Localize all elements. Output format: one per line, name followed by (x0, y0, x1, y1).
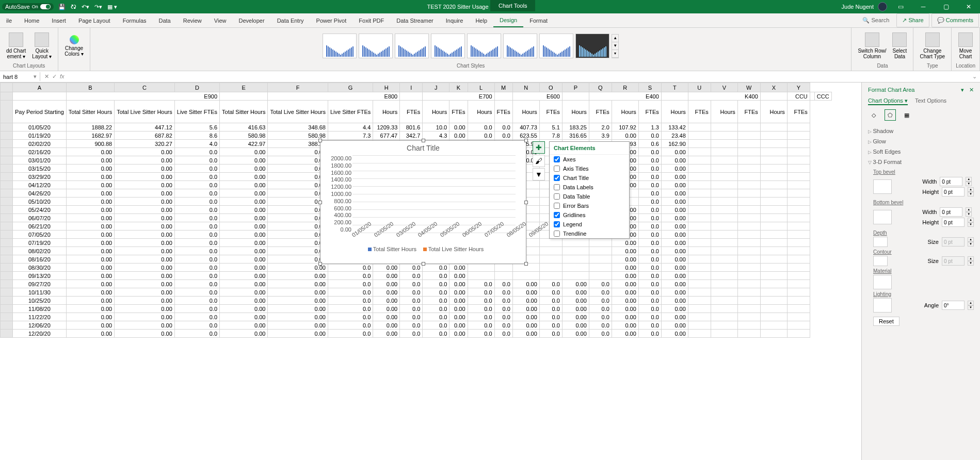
change-colors-button[interactable]: Change Colors ▾ (62, 33, 86, 59)
cell[interactable]: 07/05/20 (13, 231, 67, 239)
cell[interactable] (688, 173, 711, 181)
cell[interactable]: 0.0 (494, 305, 512, 313)
cell[interactable]: 0.00 (66, 214, 114, 222)
cell[interactable] (688, 321, 711, 330)
cell[interactable] (760, 239, 787, 247)
depth-color-picker[interactable] (873, 237, 888, 247)
cell[interactable]: 407.73 (512, 123, 539, 132)
change-chart-type-button[interactable]: Change Chart Type (918, 30, 947, 61)
cell[interactable]: 0.00 (612, 321, 638, 330)
cell[interactable]: 0.0 (174, 297, 219, 305)
cell[interactable]: 0.00 (115, 189, 175, 198)
cell[interactable] (737, 313, 760, 321)
cell[interactable]: 0.00 (66, 313, 114, 321)
select-all-cell[interactable] (1, 83, 13, 92)
cell[interactable] (688, 255, 711, 264)
tab-data-entry[interactable]: Data Entry (271, 14, 310, 27)
col-header[interactable]: U (688, 83, 711, 92)
cell[interactable] (737, 305, 760, 313)
cell[interactable] (787, 255, 810, 264)
depth-size-input[interactable] (942, 237, 965, 247)
cell[interactable] (760, 305, 787, 313)
cell[interactable]: 0.0 (468, 321, 494, 330)
cell[interactable]: 677.47 (373, 132, 400, 140)
cell[interactable]: 0.00 (220, 148, 268, 156)
cell[interactable]: 0.00 (115, 181, 175, 189)
section-header[interactable]: E600 (512, 92, 562, 101)
cell[interactable]: 0.0 (468, 132, 494, 140)
cell[interactable]: 0.00 (115, 222, 175, 231)
cell[interactable]: 0.00 (661, 222, 688, 231)
cell[interactable] (737, 123, 760, 132)
cell[interactable] (539, 247, 562, 255)
cell[interactable] (711, 214, 737, 222)
cell[interactable]: 0.00 (268, 321, 328, 330)
chart-element-checkbox[interactable] (554, 184, 560, 190)
cell[interactable]: 416.63 (220, 123, 268, 132)
column-header-cell[interactable]: Hours (760, 101, 787, 123)
cell[interactable] (711, 231, 737, 239)
cell[interactable]: 0.0 (423, 280, 449, 288)
cell[interactable]: 0.00 (661, 272, 688, 280)
column-header-cell[interactable]: Hours (373, 101, 400, 123)
cell[interactable]: 0.0 (174, 280, 219, 288)
cell[interactable] (737, 156, 760, 165)
cell[interactable]: 0.00 (268, 288, 328, 297)
cell[interactable]: 0.00 (66, 222, 114, 231)
section-header[interactable] (220, 92, 268, 101)
cell[interactable]: 0.0 (539, 313, 562, 321)
section-shadow[interactable]: Shadow (868, 126, 974, 136)
cell[interactable] (711, 297, 737, 305)
spinner[interactable]: ▲▼ (968, 301, 974, 310)
row-header[interactable] (1, 206, 13, 214)
cell[interactable]: 0.00 (449, 297, 468, 305)
cell[interactable] (562, 247, 589, 255)
cell[interactable]: 0.0 (638, 321, 661, 330)
row-header[interactable] (1, 123, 13, 132)
cell[interactable]: 0.00 (661, 313, 688, 321)
cell[interactable]: 0.00 (612, 280, 638, 288)
cell[interactable] (760, 321, 787, 330)
cell[interactable]: 0.00 (562, 330, 589, 338)
cell[interactable]: 0.00 (220, 239, 268, 247)
cell[interactable]: 0.00 (220, 173, 268, 181)
chart-legend[interactable]: Total Sitter Hours Total Live Sitter Hou… (320, 239, 526, 254)
cell[interactable]: 0.0 (423, 305, 449, 313)
cell[interactable]: 0.00 (268, 214, 328, 222)
search-box[interactable]: 🔍 Search (856, 14, 895, 27)
col-header[interactable]: G (328, 83, 373, 92)
cell[interactable]: 0.00 (115, 313, 175, 321)
cell[interactable] (562, 239, 589, 247)
cell[interactable]: 0.0 (638, 181, 661, 189)
cell[interactable]: 0.00 (449, 313, 468, 321)
cell[interactable] (737, 165, 760, 173)
cell[interactable] (760, 140, 787, 148)
cell[interactable]: 0.0 (468, 297, 494, 305)
cell[interactable] (711, 173, 737, 181)
cell[interactable] (760, 123, 787, 132)
cell[interactable]: 0.00 (66, 330, 114, 338)
cell[interactable]: 348.68 (268, 123, 328, 132)
cell[interactable]: 0.00 (612, 255, 638, 264)
tab-data[interactable]: Data (153, 14, 177, 27)
cell[interactable]: 09/13/20 (13, 272, 67, 280)
effects-icon[interactable]: ⬠ (885, 109, 896, 121)
cell[interactable]: 0.00 (115, 280, 175, 288)
cell[interactable]: 0.00 (661, 198, 688, 206)
cell[interactable]: 0.0 (638, 313, 661, 321)
ribbon-options-icon[interactable]: ▭ (891, 3, 910, 10)
expand-formula-icon[interactable]: ⌄ (969, 73, 980, 80)
cell[interactable]: 0.00 (220, 222, 268, 231)
cell[interactable]: 03/01/20 (13, 156, 67, 165)
column-header-cell[interactable]: FTEs (638, 101, 661, 123)
tab-format[interactable]: Format (523, 14, 554, 27)
cell[interactable]: 0.00 (562, 313, 589, 321)
cell[interactable] (787, 247, 810, 255)
cell[interactable]: 0.0 (423, 288, 449, 297)
chart-filters-button[interactable]: ▼ (533, 168, 545, 180)
cell[interactable] (787, 313, 810, 321)
row-header[interactable] (1, 305, 13, 313)
cell[interactable] (787, 288, 810, 297)
cell[interactable]: 0.00 (268, 313, 328, 321)
row-header[interactable] (1, 264, 13, 272)
